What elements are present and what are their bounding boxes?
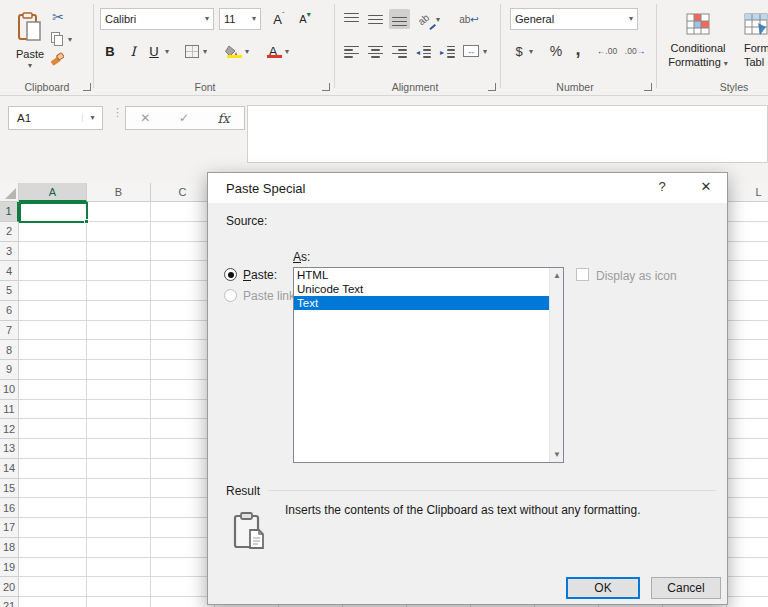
column-header-B[interactable]: B xyxy=(87,183,151,202)
font-size-combo[interactable]: 11 ▾ xyxy=(219,8,261,30)
row-header-17[interactable]: 17 xyxy=(0,518,19,538)
grid-cell[interactable] xyxy=(727,558,768,578)
grid-cell[interactable] xyxy=(151,518,215,538)
enter-entry-icon[interactable]: ✓ xyxy=(179,111,189,125)
row-header-18[interactable]: 18 xyxy=(0,538,19,558)
row-header-10[interactable]: 10 xyxy=(0,380,19,400)
grid-cell[interactable] xyxy=(727,340,768,360)
middle-align-button[interactable] xyxy=(365,9,386,29)
grid-cell[interactable] xyxy=(19,340,87,360)
dialog-close-icon[interactable]: ✕ xyxy=(692,179,720,197)
grid-cell[interactable] xyxy=(19,498,87,518)
as-list-item[interactable]: Text xyxy=(294,296,563,310)
accounting-format-button[interactable]: $ xyxy=(511,40,527,62)
increase-decimal-button[interactable]: ←.00 xyxy=(594,40,620,62)
alignment-dialog-launcher[interactable] xyxy=(488,83,496,91)
orientation-dropdown-icon[interactable]: ▾ xyxy=(436,16,440,24)
grid-cell[interactable] xyxy=(87,222,151,242)
formula-bar-grip[interactable]: ⋮ xyxy=(112,109,123,115)
grid-cell[interactable] xyxy=(19,538,87,558)
grid-cell[interactable] xyxy=(727,380,768,400)
grid-cell[interactable] xyxy=(151,577,215,597)
column-header-L[interactable]: L xyxy=(727,183,768,202)
grid-cell[interactable] xyxy=(151,439,215,459)
fill-color-button[interactable] xyxy=(222,40,244,62)
bold-button[interactable]: B xyxy=(100,40,120,62)
grid-cell[interactable] xyxy=(151,597,215,607)
grid-cell[interactable] xyxy=(87,439,151,459)
grid-cell[interactable] xyxy=(19,459,87,479)
orientation-button[interactable]: ab xyxy=(414,9,434,29)
row-header-5[interactable]: 5 xyxy=(0,281,19,301)
grid-cell[interactable] xyxy=(87,340,151,360)
grid-cell[interactable] xyxy=(87,360,151,380)
grid-cell[interactable] xyxy=(19,479,87,499)
shrink-font-button[interactable]: A▾ xyxy=(294,8,316,30)
row-header-4[interactable]: 4 xyxy=(0,261,19,281)
grid-cell[interactable] xyxy=(19,261,87,281)
row-header-15[interactable]: 15 xyxy=(0,479,19,499)
grid-cell[interactable] xyxy=(19,242,87,262)
row-header-7[interactable]: 7 xyxy=(0,321,19,341)
grid-cell[interactable] xyxy=(727,419,768,439)
grid-cell[interactable] xyxy=(727,202,768,222)
as-list-item[interactable]: HTML xyxy=(294,268,563,282)
bottom-align-button[interactable] xyxy=(389,9,410,29)
grow-font-button[interactable]: Aˆ xyxy=(268,8,290,30)
accounting-dropdown-icon[interactable]: ▾ xyxy=(529,48,533,56)
grid-cell[interactable] xyxy=(87,538,151,558)
row-header-13[interactable]: 13 xyxy=(0,439,19,459)
grid-cell[interactable] xyxy=(87,479,151,499)
grid-cell[interactable] xyxy=(151,400,215,420)
borders-dropdown-icon[interactable]: ▾ xyxy=(203,48,207,56)
align-left-button[interactable] xyxy=(341,41,362,61)
grid-cell[interactable] xyxy=(19,222,87,242)
display-as-icon-checkbox[interactable] xyxy=(576,268,589,281)
row-header-20[interactable]: 20 xyxy=(0,577,19,597)
underline-dropdown-icon[interactable]: ▾ xyxy=(165,48,169,56)
grid-cell[interactable] xyxy=(19,380,87,400)
grid-cell[interactable] xyxy=(87,558,151,578)
align-center-button[interactable] xyxy=(365,41,386,61)
decrease-indent-button[interactable]: ◂ xyxy=(413,41,434,61)
copy-button[interactable] xyxy=(47,30,67,48)
grid-cell[interactable] xyxy=(151,340,215,360)
italic-button[interactable]: I xyxy=(124,40,142,62)
grid-cell[interactable] xyxy=(151,558,215,578)
name-box-dropdown-icon[interactable]: ▾ xyxy=(82,114,102,122)
grid-cell[interactable] xyxy=(87,419,151,439)
grid-cell[interactable] xyxy=(151,498,215,518)
row-header-16[interactable]: 16 xyxy=(0,498,19,518)
dialog-help-button[interactable]: ? xyxy=(650,179,674,197)
grid-cell[interactable] xyxy=(87,459,151,479)
ok-button[interactable]: OK xyxy=(566,577,640,599)
grid-cell[interactable] xyxy=(727,577,768,597)
borders-button[interactable] xyxy=(182,40,202,62)
grid-cell[interactable] xyxy=(87,400,151,420)
row-header-11[interactable]: 11 xyxy=(0,400,19,420)
grid-cell[interactable] xyxy=(87,261,151,281)
grid-cell[interactable] xyxy=(151,222,215,242)
grid-cell[interactable] xyxy=(727,242,768,262)
number-format-combo[interactable]: General ▾ xyxy=(510,8,638,30)
grid-cell[interactable] xyxy=(19,577,87,597)
row-header-19[interactable]: 19 xyxy=(0,558,19,578)
row-header-2[interactable]: 2 xyxy=(0,222,19,242)
row-header-8[interactable]: 8 xyxy=(0,340,19,360)
clipboard-dialog-launcher[interactable] xyxy=(83,83,91,91)
grid-cell[interactable] xyxy=(727,321,768,341)
grid-cell[interactable] xyxy=(151,242,215,262)
grid-cell[interactable] xyxy=(727,479,768,499)
paste-dropdown-icon[interactable]: ▾ xyxy=(28,62,32,70)
grid-cell[interactable] xyxy=(19,518,87,538)
grid-cell[interactable] xyxy=(19,360,87,380)
grid-cell[interactable] xyxy=(87,281,151,301)
grid-cell[interactable] xyxy=(19,321,87,341)
formula-bar-input[interactable] xyxy=(247,105,768,163)
grid-cell[interactable] xyxy=(87,597,151,607)
cancel-button[interactable]: Cancel xyxy=(651,577,721,599)
paste-link-radio[interactable] xyxy=(224,289,237,302)
grid-cell[interactable] xyxy=(19,281,87,301)
grid-cell[interactable] xyxy=(727,261,768,281)
paste-radio[interactable] xyxy=(224,268,237,281)
